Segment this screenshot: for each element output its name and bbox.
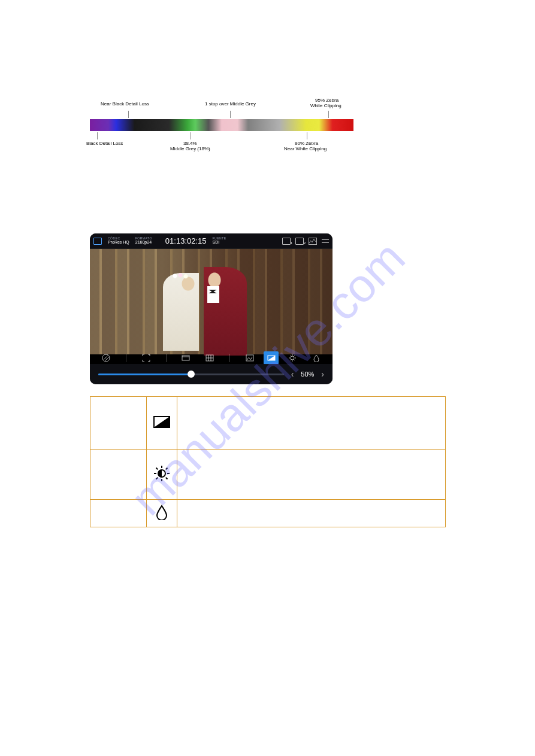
bottom-slider-bar: ‹ 50% › <box>90 364 333 384</box>
tick <box>307 132 307 139</box>
level-slider[interactable] <box>98 374 284 375</box>
preview-flower-crown <box>171 272 189 280</box>
label-black-loss: Black Detail Loss <box>86 141 123 147</box>
chevron-left-icon[interactable]: ‹ <box>291 369 294 379</box>
tick <box>97 132 98 139</box>
record-frame-icon[interactable] <box>93 238 102 245</box>
false-color-spectrum: Near Black Detail Loss 1 stop over Middl… <box>90 98 353 155</box>
label-middle-grey: Middle Grey (18%) <box>170 146 210 152</box>
svg-point-1 <box>102 354 110 362</box>
cell-desc-zebra-indicator: The zebra overlay indicates exposure lev… <box>177 397 446 450</box>
spectrum-gradient-bar <box>90 119 353 131</box>
toolbar-separator <box>229 354 230 362</box>
cell-icon-zebra-levels <box>147 450 177 500</box>
brightness-gear-icon[interactable] <box>288 354 297 362</box>
tick <box>191 132 191 139</box>
zebra-contrast-icon-active[interactable] <box>264 351 279 365</box>
zebra-info-table: Zebra indicator The zebra overlay indica… <box>90 396 446 527</box>
tick <box>230 111 231 118</box>
codec-value: ProRes HQ <box>108 240 129 245</box>
false-color-icon[interactable] <box>246 354 254 362</box>
svg-line-2 <box>104 356 108 360</box>
table-row: Zebra color Select a zebra color. <box>90 500 446 527</box>
source-group[interactable]: FUENTE SDI <box>213 237 226 245</box>
label-stop-over: 1 stop over Middle Grey <box>205 101 256 107</box>
toolbar-separator <box>166 354 167 362</box>
cell-desc-zebra-color: Select a zebra color. <box>177 500 446 527</box>
preview-subject-right <box>204 267 247 356</box>
sun-gear-icon <box>153 464 171 484</box>
tint-drop-icon[interactable] <box>312 354 321 362</box>
timecode[interactable]: 01:13:02:15 <box>165 236 207 245</box>
toolbar-separator <box>126 354 126 362</box>
contrast-rectangle-icon <box>153 416 170 430</box>
cell-icon-zebra-indicator <box>147 397 177 450</box>
tick <box>128 111 129 118</box>
codec-group[interactable]: CÓDEC ProRes HQ <box>108 237 129 245</box>
preview-subject-left <box>163 273 199 351</box>
table-row: Zebra levels Tap the arrows or drag the … <box>90 450 446 500</box>
source-value: SDI <box>213 240 226 245</box>
frame-guides-icon[interactable] <box>182 354 190 362</box>
label-near-black: Near Black Detail Loss <box>101 101 149 107</box>
overlay-toolbar <box>90 352 333 364</box>
svg-point-12 <box>291 356 294 360</box>
zebra-icon[interactable] <box>102 354 110 362</box>
topbar-right-icons: 1 2 <box>282 238 329 245</box>
device-topbar: CÓDEC ProRes HQ FORMATO 2160p24 01:13:02… <box>90 233 333 249</box>
scopes-icon[interactable] <box>309 238 317 245</box>
preview-collar <box>207 286 219 303</box>
tick <box>328 111 329 118</box>
storage-1-icon[interactable]: 1 <box>282 238 291 245</box>
cell-label-zebra-indicator: Zebra indicator <box>90 397 147 450</box>
device-ui-frame: CÓDEC ProRes HQ FORMATO 2160p24 01:13:02… <box>90 233 333 384</box>
gradient <box>90 119 353 131</box>
slider-thumb[interactable] <box>188 371 195 378</box>
spectrum-bottom-labels: Black Detail Loss 38.4% Middle Grey (18%… <box>90 131 353 155</box>
chevron-right-icon[interactable]: › <box>321 369 324 379</box>
cell-desc-zebra-levels: Tap the arrows or drag the slider to set… <box>177 450 446 500</box>
svg-rect-4 <box>182 356 189 360</box>
focus-assist-icon[interactable] <box>142 354 150 362</box>
spectrum-top-labels: Near Black Detail Loss 1 stop over Middl… <box>90 98 353 119</box>
cell-label-zebra-levels: Zebra levels <box>90 450 147 500</box>
label-80zebra-line2: Near White Clipping <box>284 146 327 152</box>
slider-fill <box>98 374 191 375</box>
label-95zebra-line2: White Clipping <box>310 103 341 109</box>
storage-2-icon[interactable]: 2 <box>295 238 304 245</box>
preview-monitor[interactable] <box>90 249 333 354</box>
cell-label-zebra-color: Zebra color <box>90 500 147 527</box>
format-value: 2160p24 <box>135 240 152 245</box>
format-group[interactable]: FORMATO 2160p24 <box>135 237 152 245</box>
level-value: 50% <box>301 371 314 378</box>
table-row: Zebra indicator The zebra overlay indica… <box>90 397 446 450</box>
drop-icon <box>155 505 168 522</box>
cell-icon-zebra-color <box>147 500 177 527</box>
grid-icon[interactable] <box>205 354 214 362</box>
settings-sliders-icon[interactable] <box>322 238 329 245</box>
